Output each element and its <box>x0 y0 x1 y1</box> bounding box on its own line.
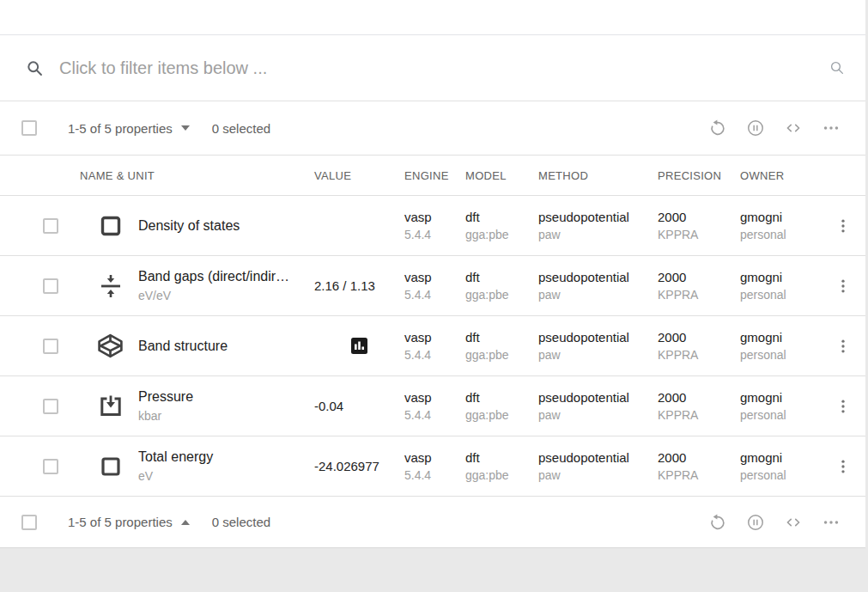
property-value: 2.16 / 1.13 <box>314 278 404 293</box>
toolbar-actions <box>707 512 865 533</box>
select-all-checkbox[interactable] <box>21 515 37 530</box>
property-name: Total energy <box>138 448 314 467</box>
engine-version: 5.4.4 <box>404 346 465 364</box>
precision-detail: KPPRA <box>658 286 740 304</box>
bar-chart-icon[interactable] <box>351 338 367 354</box>
search-icon[interactable] <box>829 60 845 76</box>
column-header-model: MODEL <box>465 169 538 182</box>
method-name: pseudopotential <box>538 268 658 286</box>
owner-detail: personal <box>740 406 821 424</box>
property-value: -0.04 <box>314 399 404 413</box>
more-vertical-icon[interactable] <box>831 453 855 480</box>
selected-count: 0 selected <box>212 515 270 529</box>
engine-version: 5.4.4 <box>404 467 465 485</box>
owner-name: gmogni <box>740 208 821 226</box>
property-name: Pressure <box>138 388 314 406</box>
more-horizontal-icon[interactable] <box>821 512 841 533</box>
engine-name: vasp <box>404 449 465 467</box>
select-all-checkbox[interactable] <box>21 120 37 136</box>
precision-detail: KPPRA <box>658 406 740 424</box>
owner-name: gmogni <box>740 388 821 406</box>
square-outline-icon <box>97 453 124 480</box>
property-unit: eV/eV <box>138 287 314 304</box>
owner-detail: personal <box>740 286 821 304</box>
table-row: Total energy eV -24.026977 vasp 5.4.4 df… <box>0 436 865 497</box>
pagination-dropdown[interactable]: 1-5 of 5 properties <box>68 515 190 529</box>
chevron-down-icon <box>181 125 190 131</box>
method-detail: paw <box>538 286 658 304</box>
precision-value: 2000 <box>658 268 740 286</box>
table-row: Band structure vasp 5.4.4 dft gga:pbe ps… <box>0 316 865 376</box>
search-icon <box>26 59 44 77</box>
engine-version: 5.4.4 <box>404 286 465 304</box>
column-header-owner: OWNER <box>740 169 821 182</box>
column-header-method: METHOD <box>538 169 658 182</box>
property-unit: eV <box>138 467 314 485</box>
property-name: Density of states <box>138 217 314 235</box>
model-detail: gga:pbe <box>465 346 538 364</box>
pause-circle-icon[interactable] <box>745 118 766 138</box>
owner-name: gmogni <box>740 328 821 346</box>
column-header-name-unit: NAME & UNIT <box>80 169 314 182</box>
model-detail: gga:pbe <box>465 467 538 485</box>
model-detail: gga:pbe <box>465 286 538 304</box>
more-vertical-icon[interactable] <box>831 272 855 300</box>
property-value: -24.026977 <box>314 459 404 473</box>
engine-name: vasp <box>404 268 465 286</box>
property-name: Band gaps (direct/indir… <box>138 267 314 286</box>
table-toolbar-bottom: 1-5 of 5 properties 0 selected <box>0 497 865 548</box>
precision-detail: KPPRA <box>658 346 740 364</box>
pressure-icon <box>97 393 124 420</box>
square-outline-icon <box>97 212 124 240</box>
method-name: pseudopotential <box>538 388 658 406</box>
owner-detail: personal <box>740 467 821 485</box>
row-checkbox[interactable] <box>43 278 58 294</box>
more-horizontal-icon[interactable] <box>821 118 841 138</box>
table-row: Band gaps (direct/indir… eV/eV 2.16 / 1.… <box>0 256 865 316</box>
method-detail: paw <box>538 406 658 424</box>
engine-version: 5.4.4 <box>404 406 465 424</box>
code-icon[interactable] <box>783 118 804 138</box>
method-name: pseudopotential <box>538 449 658 467</box>
more-vertical-icon[interactable] <box>831 393 855 420</box>
more-vertical-icon[interactable] <box>831 333 855 360</box>
model-name: dft <box>465 208 538 226</box>
pagination-label: 1-5 of 5 properties <box>68 121 173 136</box>
row-checkbox[interactable] <box>43 218 58 234</box>
pagination-dropdown[interactable]: 1-5 of 5 properties <box>68 121 190 136</box>
band-structure-icon <box>96 332 124 360</box>
column-header-value: VALUE <box>314 169 404 182</box>
filter-bar <box>0 35 865 101</box>
pagination-label: 1-5 of 5 properties <box>68 515 173 529</box>
more-vertical-icon[interactable] <box>831 212 855 240</box>
method-name: pseudopotential <box>538 328 658 346</box>
precision-value: 2000 <box>658 388 740 406</box>
property-name: Band structure <box>138 337 314 356</box>
top-bar <box>0 0 865 35</box>
engine-name: vasp <box>404 208 465 226</box>
method-detail: paw <box>538 226 658 244</box>
filter-input[interactable] <box>59 58 829 78</box>
properties-panel: 1-5 of 5 properties 0 selected <box>0 0 865 548</box>
band-gaps-icon <box>97 272 124 300</box>
row-checkbox[interactable] <box>43 459 58 474</box>
code-icon[interactable] <box>783 512 804 533</box>
method-name: pseudopotential <box>538 208 658 226</box>
pause-circle-icon[interactable] <box>745 512 766 533</box>
property-unit: kbar <box>138 407 314 424</box>
table-row: Density of states vasp 5.4.4 dft gga:pbe… <box>0 196 865 256</box>
column-header-engine: ENGINE <box>404 169 465 182</box>
method-detail: paw <box>538 346 658 364</box>
undo-icon[interactable] <box>707 118 728 138</box>
undo-icon[interactable] <box>707 512 728 533</box>
table-header: NAME & UNIT VALUE ENGINE MODEL METHOD PR… <box>0 156 865 196</box>
selected-count: 0 selected <box>212 121 270 136</box>
model-detail: gga:pbe <box>465 226 538 244</box>
page-footer-area <box>0 548 868 592</box>
precision-value: 2000 <box>658 328 740 346</box>
row-checkbox[interactable] <box>43 399 58 414</box>
model-name: dft <box>465 328 538 346</box>
precision-detail: KPPRA <box>658 226 740 244</box>
engine-name: vasp <box>404 328 465 346</box>
row-checkbox[interactable] <box>43 339 58 354</box>
